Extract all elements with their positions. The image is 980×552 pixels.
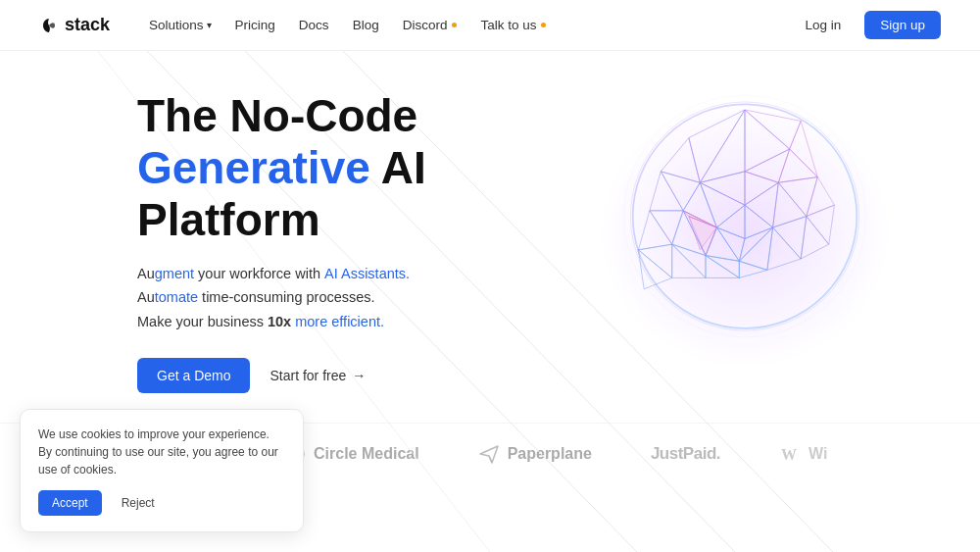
brand-justpaid: JustPaid.: [651, 444, 720, 464]
start-free-button[interactable]: Start for free →: [270, 368, 366, 383]
paperplane-label: Paperplane: [508, 445, 592, 463]
get-demo-button[interactable]: Get a Demo: [137, 358, 250, 393]
talk-badge: [541, 23, 546, 27]
nav-links: Solutions ▾ Pricing Docs Blog Discord Ta…: [149, 18, 793, 32]
justpaid-label: JustPaid.: [651, 444, 720, 464]
logo[interactable]: stack: [39, 15, 110, 35]
hero-title-blue: Generative: [137, 142, 370, 193]
navbar: stack Solutions ▾ Pricing Docs Blog Disc…: [0, 0, 980, 51]
svg-text:W: W: [781, 446, 797, 463]
hero-visual: [588, 71, 902, 384]
paperplane-icon: [478, 443, 500, 465]
cookie-reject-button[interactable]: Reject: [112, 490, 165, 516]
brand-circle-medical: Circle Medical: [284, 443, 419, 465]
logo-text: stack: [65, 15, 110, 35]
hero-buttons: Get a Demo Start for free →: [137, 358, 426, 393]
hero-subtitle: Augment your workforce with AI Assistant…: [137, 262, 426, 334]
wi-label: Wi: [808, 445, 827, 463]
hero-section: The No-Code Generative AI Platform Augme…: [0, 51, 980, 413]
logo-icon: [39, 16, 59, 35]
hero-text-block: The No-Code Generative AI Platform Augme…: [137, 90, 426, 393]
nav-discord[interactable]: Discord: [403, 18, 458, 32]
signup-button[interactable]: Sign up: [864, 11, 941, 39]
login-button[interactable]: Log in: [793, 12, 853, 38]
circle-medical-label: Circle Medical: [314, 445, 419, 463]
chevron-down-icon: ▾: [207, 20, 212, 30]
wi-icon: W: [779, 443, 801, 465]
cookie-text: We use cookies to improve your experienc…: [38, 426, 285, 478]
brand-wi: W Wi: [779, 443, 827, 465]
cookie-banner: We use cookies to improve your experienc…: [20, 409, 304, 532]
nav-blog[interactable]: Blog: [353, 18, 379, 32]
cookie-buttons: Accept Reject: [38, 490, 285, 516]
cookie-accept-button[interactable]: Accept: [38, 490, 102, 516]
nav-actions: Log in Sign up: [793, 11, 941, 39]
discord-badge: [452, 23, 457, 27]
nav-docs[interactable]: Docs: [299, 18, 329, 32]
nav-pricing[interactable]: Pricing: [235, 18, 275, 32]
globe-illustration: [588, 71, 902, 384]
nav-talk[interactable]: Talk to us: [480, 18, 546, 32]
hero-title: The No-Code Generative AI Platform: [137, 90, 426, 246]
brand-paperplane: Paperplane: [478, 443, 592, 465]
nav-solutions[interactable]: Solutions ▾: [149, 18, 212, 32]
